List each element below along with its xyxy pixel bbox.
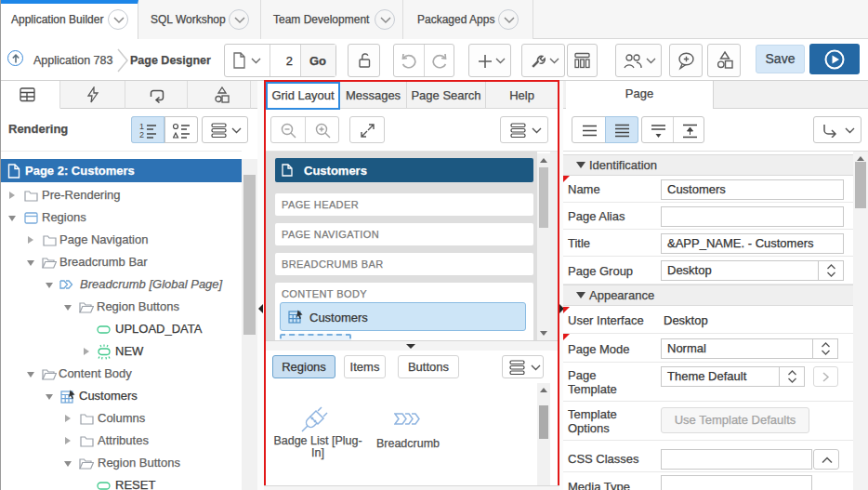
svg-text:2: 2 <box>139 130 144 139</box>
